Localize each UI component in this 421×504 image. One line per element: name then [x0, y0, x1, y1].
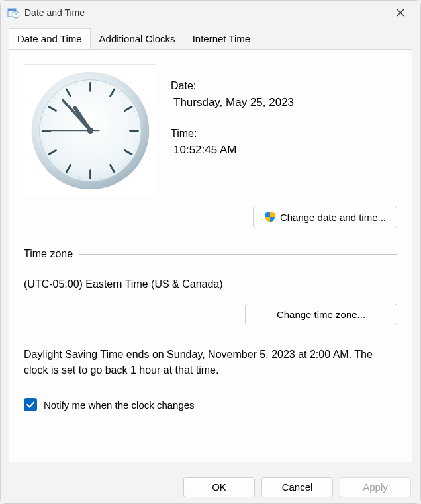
time-value: 10:52:45 AM: [173, 144, 294, 157]
apply-button[interactable]: Apply: [340, 477, 411, 497]
clock-icon: [29, 69, 152, 192]
notify-checkbox-row[interactable]: Notify me when the clock changes: [24, 398, 397, 411]
analog-clock: [24, 64, 156, 196]
date-value: Thursday, May 25, 2023: [173, 96, 294, 109]
dst-text: Daylight Saving Time ends on Sunday, Nov…: [24, 347, 397, 378]
change-datetime-row: Change date and time...: [24, 206, 397, 228]
date-time-info: Date: Thursday, May 25, 2023 Time: 10:52…: [171, 64, 294, 196]
ok-button[interactable]: OK: [183, 477, 255, 497]
check-icon: [26, 400, 35, 409]
app-icon: [7, 7, 19, 19]
change-tz-row: Change time zone...: [24, 304, 397, 325]
notify-label: Notify me when the clock changes: [44, 399, 195, 411]
close-button[interactable]: [387, 3, 414, 22]
divider: [79, 254, 397, 255]
time-label: Time:: [171, 128, 294, 140]
titlebar: Date and Time: [1, 1, 420, 24]
tab-additional-clocks[interactable]: Additional Clocks: [91, 28, 184, 49]
tab-date-and-time[interactable]: Date and Time: [9, 28, 91, 49]
timezone-section-label: Time zone: [24, 248, 73, 260]
tab-internet-time[interactable]: Internet Time: [184, 28, 259, 49]
timezone-value: (UTC-05:00) Eastern Time (US & Canada): [24, 278, 397, 290]
date-time-row: Date: Thursday, May 25, 2023 Time: 10:52…: [24, 64, 397, 196]
close-icon: [397, 9, 404, 17]
svg-rect-1: [8, 9, 16, 11]
change-timezone-button[interactable]: Change time zone...: [245, 304, 397, 325]
date-label: Date:: [171, 80, 294, 92]
cancel-button[interactable]: Cancel: [261, 477, 333, 497]
tab-strip: Date and Time Additional Clocks Internet…: [1, 24, 420, 50]
svg-point-30: [87, 127, 93, 133]
dialog-footer: OK Cancel Apply: [1, 470, 420, 503]
notify-checkbox[interactable]: [24, 398, 37, 411]
timezone-section-header: Time zone: [24, 248, 397, 260]
shield-icon: [264, 211, 276, 223]
tab-panel: Date: Thursday, May 25, 2023 Time: 10:52…: [9, 49, 412, 462]
window-title: Date and Time: [24, 7, 387, 18]
change-date-time-button[interactable]: Change date and time...: [253, 206, 397, 228]
change-date-time-label: Change date and time...: [280, 212, 386, 223]
change-timezone-label: Change time zone...: [277, 309, 365, 320]
dialog-window: Date and Time Date and Time Additional C…: [0, 0, 421, 504]
